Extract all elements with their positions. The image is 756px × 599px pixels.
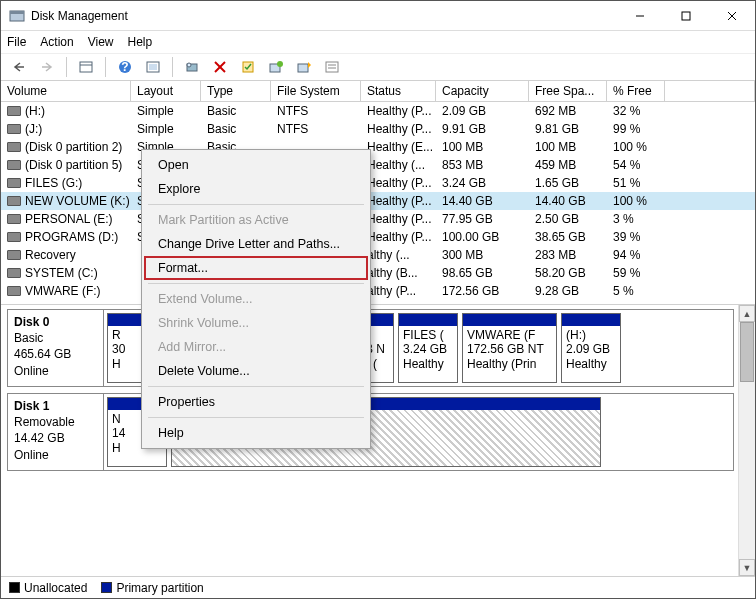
partition[interactable]: (H:)2.09 GBHealthy	[561, 313, 621, 383]
menu-item-delete-volume[interactable]: Delete Volume...	[144, 359, 368, 383]
menu-item-mark-partition-as-active: Mark Partition as Active	[144, 208, 368, 232]
volume-row[interactable]: PROGRAMS (D:)SimpleBasicNTFSHealthy (P..…	[1, 228, 755, 246]
volume-row[interactable]: (H:)SimpleBasicNTFSHealthy (P...2.09 GB6…	[1, 102, 755, 120]
volume-row[interactable]: FILES (G:)SimpleBasicFAT32Healthy (P...3…	[1, 174, 755, 192]
menu-item-help[interactable]: Help	[144, 421, 368, 445]
col-filesystem[interactable]: File System	[271, 81, 361, 101]
volume-icon	[7, 250, 21, 260]
volume-icon	[7, 286, 21, 296]
volume-icon	[7, 160, 21, 170]
titlebar: Disk Management	[1, 1, 755, 31]
menu-item-add-mirror: Add Mirror...	[144, 335, 368, 359]
scroll-thumb[interactable]	[740, 322, 754, 382]
menu-view[interactable]: View	[88, 35, 114, 49]
volume-row[interactable]: SYSTEM (C:)althy (B...98.65 GB58.20 GB59…	[1, 264, 755, 282]
action1-button[interactable]	[264, 56, 288, 78]
svg-rect-6	[80, 62, 92, 72]
disk-info[interactable]: Disk 1Removable14.42 GBOnline	[8, 394, 104, 470]
menu-item-format[interactable]: Format...	[144, 256, 368, 280]
volume-icon	[7, 214, 21, 224]
menu-item-explore[interactable]: Explore	[144, 177, 368, 201]
menu-help[interactable]: Help	[128, 35, 153, 49]
svg-marker-20	[308, 62, 311, 68]
delete-button[interactable]	[208, 56, 232, 78]
volume-icon	[7, 178, 21, 188]
volume-list: Volume Layout Type File System Status Ca…	[1, 81, 755, 300]
menu-action[interactable]: Action	[40, 35, 73, 49]
disk-panes-wrap: Disk 0Basic465.64 GBOnlineR30HPERSONAL77…	[1, 304, 755, 576]
action2-button[interactable]	[292, 56, 316, 78]
properties-button[interactable]	[320, 56, 344, 78]
legend-unallocated: Unallocated	[9, 581, 87, 595]
scroll-down-button[interactable]: ▼	[739, 559, 755, 576]
col-status[interactable]: Status	[361, 81, 436, 101]
volume-row[interactable]: NEW VOLUME (K:)SimpleBasicFAT32Healthy (…	[1, 192, 755, 210]
menu-item-extend-volume: Extend Volume...	[144, 287, 368, 311]
context-menu[interactable]: OpenExploreMark Partition as ActiveChang…	[141, 149, 371, 449]
menu-item-open[interactable]: Open	[144, 153, 368, 177]
view-button[interactable]	[74, 56, 98, 78]
svg-rect-1	[10, 11, 24, 14]
volume-icon	[7, 124, 21, 134]
refresh-button[interactable]	[180, 56, 204, 78]
svg-rect-3	[682, 12, 690, 20]
check-button[interactable]	[236, 56, 260, 78]
svg-point-18	[277, 61, 283, 67]
svg-rect-19	[298, 64, 308, 72]
svg-text:?: ?	[121, 60, 128, 74]
disk-management-window: Disk Management File Action View Help ? …	[0, 0, 756, 599]
help-button[interactable]: ?	[113, 56, 137, 78]
volume-row[interactable]: (J:)SimpleBasicNTFSHealthy (P...9.91 GB9…	[1, 120, 755, 138]
settings-button[interactable]	[141, 56, 165, 78]
svg-rect-21	[326, 62, 338, 72]
volume-row[interactable]: Recoveryalthy (...300 MB283 MB94 %	[1, 246, 755, 264]
legend: Unallocated Primary partition	[1, 576, 755, 598]
menu-item-shrink-volume: Shrink Volume...	[144, 311, 368, 335]
volume-list-body[interactable]: (H:)SimpleBasicNTFSHealthy (P...2.09 GB6…	[1, 102, 755, 300]
col-capacity[interactable]: Capacity	[436, 81, 529, 101]
volume-row[interactable]: (Disk 0 partition 2)SimpleBasicHealthy (…	[1, 138, 755, 156]
partition[interactable]: FILES (3.24 GBHealthy	[398, 313, 458, 383]
svg-rect-11	[149, 64, 157, 70]
window-title: Disk Management	[31, 9, 617, 23]
col-pctfree[interactable]: % Free	[607, 81, 665, 101]
volume-row[interactable]: VMWARE (F:)althy (P...172.56 GB9.28 GB5 …	[1, 282, 755, 300]
back-button[interactable]	[7, 56, 31, 78]
volume-icon	[7, 232, 21, 242]
maximize-button[interactable]	[663, 1, 709, 31]
volume-icon	[7, 142, 21, 152]
app-icon	[9, 8, 25, 24]
menubar: File Action View Help	[1, 31, 755, 53]
volume-icon	[7, 106, 21, 116]
vertical-scrollbar[interactable]: ▲ ▼	[738, 305, 755, 576]
volume-icon	[7, 268, 21, 278]
close-button[interactable]	[709, 1, 755, 31]
svg-point-13	[187, 63, 191, 67]
volume-row[interactable]: PERSONAL (E:)SimpleBasicNTFSHealthy (P..…	[1, 210, 755, 228]
volume-row[interactable]: (Disk 0 partition 5)SimpleBasicNTFSHealt…	[1, 156, 755, 174]
menu-item-properties[interactable]: Properties	[144, 390, 368, 414]
minimize-button[interactable]	[617, 1, 663, 31]
col-type[interactable]: Type	[201, 81, 271, 101]
partition[interactable]: VMWARE (F172.56 GB NTHealthy (Prin	[462, 313, 557, 383]
col-freespace[interactable]: Free Spa...	[529, 81, 607, 101]
volume-icon	[7, 196, 21, 206]
legend-primary: Primary partition	[101, 581, 203, 595]
col-volume[interactable]: Volume	[1, 81, 131, 101]
toolbar: ?	[1, 53, 755, 81]
forward-button[interactable]	[35, 56, 59, 78]
scroll-track[interactable]	[739, 322, 755, 559]
col-layout[interactable]: Layout	[131, 81, 201, 101]
volume-list-header: Volume Layout Type File System Status Ca…	[1, 81, 755, 102]
disk-info[interactable]: Disk 0Basic465.64 GBOnline	[8, 310, 104, 386]
scroll-up-button[interactable]: ▲	[739, 305, 755, 322]
col-spacer	[665, 81, 755, 101]
menu-file[interactable]: File	[7, 35, 26, 49]
menu-item-change-drive-letter-and-paths[interactable]: Change Drive Letter and Paths...	[144, 232, 368, 256]
